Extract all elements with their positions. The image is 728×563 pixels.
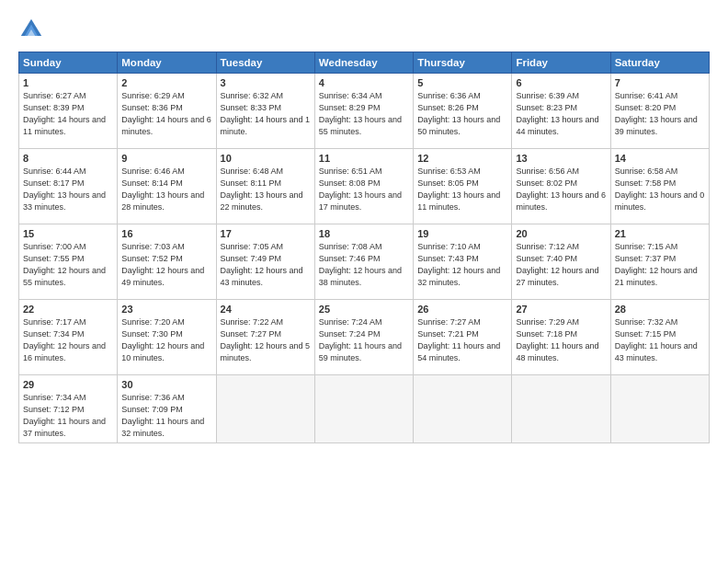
week-row-4: 22 Sunrise: 7:17 AMSunset: 7:34 PMDaylig…: [19, 300, 710, 375]
week-row-3: 15 Sunrise: 7:00 AMSunset: 7:55 PMDaylig…: [19, 224, 710, 300]
day-info: Sunrise: 6:46 AMSunset: 8:14 PMDaylight:…: [121, 167, 204, 212]
day-number: 8: [23, 153, 113, 164]
col-header-sunday: Sunday: [19, 52, 118, 74]
day-number: 13: [516, 153, 606, 164]
day-info: Sunrise: 6:39 AMSunset: 8:23 PMDaylight:…: [516, 91, 598, 136]
day-number: 30: [121, 379, 211, 390]
day-info: Sunrise: 6:32 AMSunset: 8:33 PMDaylight:…: [221, 91, 311, 136]
calendar-cell: 19 Sunrise: 7:10 AMSunset: 7:43 PMDaylig…: [414, 224, 512, 300]
calendar-cell: 17 Sunrise: 7:05 AMSunset: 7:49 PMDaylig…: [216, 224, 314, 300]
day-number: 20: [516, 228, 606, 239]
day-number: 17: [221, 228, 311, 239]
calendar-cell: 23 Sunrise: 7:20 AMSunset: 7:30 PMDaylig…: [118, 300, 216, 375]
day-info: Sunrise: 7:15 AMSunset: 7:37 PMDaylight:…: [615, 242, 698, 287]
day-info: Sunrise: 6:56 AMSunset: 8:02 PMDaylight:…: [516, 167, 606, 212]
calendar-table: SundayMondayTuesdayWednesdayThursdayFrid…: [18, 52, 710, 443]
calendar-cell: [512, 375, 610, 443]
calendar-cell: 15 Sunrise: 7:00 AMSunset: 7:55 PMDaylig…: [19, 224, 118, 300]
day-number: 4: [319, 77, 409, 88]
day-number: 26: [417, 304, 507, 315]
calendar-cell: 16 Sunrise: 7:03 AMSunset: 7:52 PMDaylig…: [118, 224, 216, 300]
day-number: 22: [23, 304, 113, 315]
calendar-cell: 11 Sunrise: 6:51 AMSunset: 8:08 PMDaylig…: [314, 149, 413, 224]
day-number: 23: [121, 304, 211, 315]
calendar-cell: 28 Sunrise: 7:32 AMSunset: 7:15 PMDaylig…: [610, 300, 709, 375]
calendar-cell: 7 Sunrise: 6:41 AMSunset: 8:20 PMDayligh…: [610, 74, 709, 149]
calendar-cell: [216, 375, 314, 443]
day-number: 21: [615, 228, 705, 239]
day-number: 24: [221, 304, 311, 315]
day-number: 12: [417, 153, 507, 164]
calendar-cell: 18 Sunrise: 7:08 AMSunset: 7:46 PMDaylig…: [314, 224, 413, 300]
calendar-cell: 14 Sunrise: 6:58 AMSunset: 7:58 PMDaylig…: [610, 149, 709, 224]
page-header: [18, 17, 710, 42]
calendar-cell: 8 Sunrise: 6:44 AMSunset: 8:17 PMDayligh…: [19, 149, 118, 224]
header-row: SundayMondayTuesdayWednesdayThursdayFrid…: [19, 52, 710, 74]
day-number: 11: [319, 153, 409, 164]
day-info: Sunrise: 7:32 AMSunset: 7:15 PMDaylight:…: [615, 317, 698, 362]
day-info: Sunrise: 7:08 AMSunset: 7:46 PMDaylight:…: [319, 242, 402, 287]
day-number: 10: [221, 153, 311, 164]
calendar-cell: 27 Sunrise: 7:29 AMSunset: 7:18 PMDaylig…: [512, 300, 610, 375]
calendar-cell: 6 Sunrise: 6:39 AMSunset: 8:23 PMDayligh…: [512, 74, 610, 149]
day-info: Sunrise: 7:27 AMSunset: 7:21 PMDaylight:…: [417, 317, 500, 362]
calendar-cell: 22 Sunrise: 7:17 AMSunset: 7:34 PMDaylig…: [19, 300, 118, 375]
col-header-monday: Monday: [118, 52, 216, 74]
calendar-cell: 3 Sunrise: 6:32 AMSunset: 8:33 PMDayligh…: [216, 74, 314, 149]
calendar-cell: 10 Sunrise: 6:48 AMSunset: 8:11 PMDaylig…: [216, 149, 314, 224]
calendar-cell: 4 Sunrise: 6:34 AMSunset: 8:29 PMDayligh…: [314, 74, 413, 149]
day-info: Sunrise: 6:53 AMSunset: 8:05 PMDaylight:…: [417, 167, 500, 212]
calendar-cell: 9 Sunrise: 6:46 AMSunset: 8:14 PMDayligh…: [118, 149, 216, 224]
calendar-cell: 29 Sunrise: 7:34 AMSunset: 7:12 PMDaylig…: [19, 375, 118, 443]
calendar-cell: 30 Sunrise: 7:36 AMSunset: 7:09 PMDaylig…: [118, 375, 216, 443]
week-row-1: 1 Sunrise: 6:27 AMSunset: 8:39 PMDayligh…: [19, 74, 710, 149]
day-number: 1: [23, 77, 113, 88]
week-row-5: 29 Sunrise: 7:34 AMSunset: 7:12 PMDaylig…: [19, 375, 710, 443]
day-info: Sunrise: 6:58 AMSunset: 7:58 PMDaylight:…: [615, 167, 705, 212]
logo-icon: [18, 17, 44, 42]
day-info: Sunrise: 7:24 AMSunset: 7:24 PMDaylight:…: [319, 317, 402, 362]
day-info: Sunrise: 7:10 AMSunset: 7:43 PMDaylight:…: [417, 242, 500, 287]
col-header-thursday: Thursday: [414, 52, 512, 74]
day-number: 7: [615, 77, 705, 88]
day-number: 3: [221, 77, 311, 88]
day-info: Sunrise: 6:51 AMSunset: 8:08 PMDaylight:…: [319, 167, 402, 212]
calendar-cell: [414, 375, 512, 443]
calendar-cell: [314, 375, 413, 443]
calendar-cell: 13 Sunrise: 6:56 AMSunset: 8:02 PMDaylig…: [512, 149, 610, 224]
col-header-wednesday: Wednesday: [314, 52, 413, 74]
day-info: Sunrise: 6:29 AMSunset: 8:36 PMDaylight:…: [121, 91, 211, 136]
calendar-cell: 12 Sunrise: 6:53 AMSunset: 8:05 PMDaylig…: [414, 149, 512, 224]
calendar-cell: 1 Sunrise: 6:27 AMSunset: 8:39 PMDayligh…: [19, 74, 118, 149]
col-header-saturday: Saturday: [610, 52, 709, 74]
calendar-cell: 20 Sunrise: 7:12 AMSunset: 7:40 PMDaylig…: [512, 224, 610, 300]
day-info: Sunrise: 7:34 AMSunset: 7:12 PMDaylight:…: [23, 393, 106, 438]
day-info: Sunrise: 7:03 AMSunset: 7:52 PMDaylight:…: [121, 242, 204, 287]
day-number: 5: [417, 77, 507, 88]
day-info: Sunrise: 6:36 AMSunset: 8:26 PMDaylight:…: [417, 91, 500, 136]
day-number: 2: [121, 77, 211, 88]
day-number: 16: [121, 228, 211, 239]
day-info: Sunrise: 7:05 AMSunset: 7:49 PMDaylight:…: [221, 242, 303, 287]
day-number: 19: [417, 228, 507, 239]
day-number: 28: [615, 304, 705, 315]
day-number: 27: [516, 304, 606, 315]
day-info: Sunrise: 7:17 AMSunset: 7:34 PMDaylight:…: [23, 317, 106, 362]
day-info: Sunrise: 7:00 AMSunset: 7:55 PMDaylight:…: [23, 242, 106, 287]
day-number: 18: [319, 228, 409, 239]
day-info: Sunrise: 7:29 AMSunset: 7:18 PMDaylight:…: [516, 317, 598, 362]
calendar-cell: 26 Sunrise: 7:27 AMSunset: 7:21 PMDaylig…: [414, 300, 512, 375]
calendar-cell: 24 Sunrise: 7:22 AMSunset: 7:27 PMDaylig…: [216, 300, 314, 375]
calendar-cell: [610, 375, 709, 443]
day-info: Sunrise: 7:22 AMSunset: 7:27 PMDaylight:…: [221, 317, 311, 362]
day-info: Sunrise: 6:48 AMSunset: 8:11 PMDaylight:…: [221, 167, 303, 212]
logo: [18, 17, 50, 42]
day-number: 6: [516, 77, 606, 88]
day-number: 25: [319, 304, 409, 315]
calendar-cell: 21 Sunrise: 7:15 AMSunset: 7:37 PMDaylig…: [610, 224, 709, 300]
day-info: Sunrise: 6:41 AMSunset: 8:20 PMDaylight:…: [615, 91, 698, 136]
day-info: Sunrise: 7:12 AMSunset: 7:40 PMDaylight:…: [516, 242, 598, 287]
day-info: Sunrise: 6:44 AMSunset: 8:17 PMDaylight:…: [23, 167, 106, 212]
day-number: 29: [23, 379, 113, 390]
day-number: 9: [121, 153, 211, 164]
